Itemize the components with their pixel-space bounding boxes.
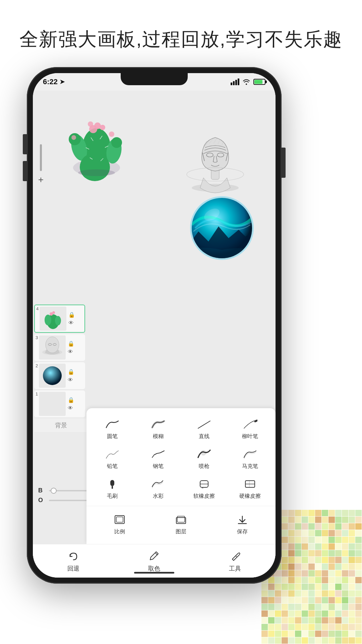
lock-icon[interactable]: 🔒: [68, 340, 74, 347]
svg-point-38: [45, 315, 51, 325]
add-layer-button[interactable]: +: [35, 174, 47, 186]
tool-ratio[interactable]: 比例: [89, 509, 150, 539]
volume-down-button[interactable]: [23, 161, 27, 181]
line-label: 直线: [199, 433, 209, 440]
soft-eraser-icon: ✕: [197, 477, 212, 491]
lock-icon[interactable]: 🔒: [68, 369, 74, 375]
tool-steel-pen[interactable]: 钢笔: [135, 443, 181, 473]
home-indicator: [134, 572, 174, 574]
svg-point-18: [109, 131, 114, 137]
canvas-area[interactable]: + 4: [33, 91, 276, 578]
svg-rect-53: [110, 480, 114, 486]
hard-eraser-label: 硬橡皮擦: [239, 493, 261, 500]
svg-text:✕: ✕: [201, 486, 204, 489]
tool-line[interactable]: 直线: [181, 414, 227, 443]
marker-label: 马克笔: [242, 463, 258, 470]
layer-icons-2: 🔒 👁: [68, 369, 74, 383]
layer-thumb-2: [39, 364, 66, 388]
o-slider-label: O: [38, 497, 46, 504]
svg-point-39: [55, 316, 61, 325]
b-slider-label: B: [38, 487, 46, 494]
pencil-label: 铅笔: [107, 463, 118, 470]
spray-icon: [197, 447, 212, 462]
tool-pencil[interactable]: 铅笔: [89, 443, 135, 473]
status-icons: [231, 78, 265, 85]
scroll-thumb[interactable]: [40, 144, 42, 171]
volume-up-button[interactable]: [23, 134, 27, 154]
status-time: 6:22 ➤: [43, 77, 65, 86]
svg-point-7: [80, 153, 110, 181]
brush-icon: [105, 477, 120, 491]
lock-icon[interactable]: 🔒: [68, 397, 74, 403]
layer-item-1[interactable]: 1 🔒 👁: [34, 390, 85, 417]
phone-frame: 6:22 ➤: [27, 67, 282, 584]
layer-icons-3: 🔒 👁: [68, 340, 74, 355]
tool-save[interactable]: 保存: [212, 509, 273, 539]
round-pen-icon: [105, 417, 120, 432]
tool-marker[interactable]: 马克笔: [227, 443, 273, 473]
watercolor-icon: [151, 477, 166, 491]
tool-soft-eraser[interactable]: ✕ 软橡皮擦: [181, 473, 227, 503]
layer-panel: 4 🔒 👁: [33, 303, 86, 433]
svg-point-16: [100, 125, 105, 130]
svg-point-15: [94, 122, 101, 129]
tool-willow-pen[interactable]: 柳叶笔: [227, 414, 273, 443]
tool-blur-pen[interactable]: 模糊: [135, 414, 181, 443]
save-icon: [235, 512, 250, 527]
svg-rect-54: [112, 486, 113, 489]
svg-line-67: [236, 556, 237, 557]
svg-rect-62: [116, 517, 123, 522]
watercolor-label: 水彩: [153, 493, 164, 500]
color-pick-button[interactable]: 取色: [147, 550, 161, 573]
line-icon: [197, 417, 212, 432]
steel-pen-label: 钢笔: [153, 463, 164, 470]
ratio-icon: [112, 512, 127, 527]
eye-icon[interactable]: 👁: [68, 349, 74, 355]
save-label: 保存: [237, 528, 248, 535]
brush-label: 毛刷: [107, 493, 118, 500]
layer-icons-1: 🔒 👁: [68, 397, 74, 411]
bust-drawing: [182, 117, 249, 198]
steel-pen-icon: [151, 447, 166, 462]
svg-point-44: [46, 337, 59, 353]
layer-item-2[interactable]: 2: [34, 362, 85, 389]
cactus-drawing: [53, 104, 140, 191]
undo-icon: [67, 550, 80, 563]
tool-spray[interactable]: 喷枪: [181, 443, 227, 473]
tools-button[interactable]: 工具: [228, 550, 242, 573]
layer-icons-4: 🔒 👁: [68, 312, 75, 326]
round-pen-label: 圆笔: [107, 433, 118, 440]
color-pick-label: 取色: [148, 565, 160, 573]
battery-icon: [253, 79, 265, 85]
tools-label: 工具: [229, 565, 241, 573]
eye-icon[interactable]: 👁: [68, 377, 74, 383]
power-button[interactable]: [282, 148, 286, 178]
eye-icon[interactable]: 👁: [68, 320, 75, 326]
undo-button[interactable]: 回退: [67, 550, 80, 573]
tool-round-pen[interactable]: 圆笔: [89, 414, 135, 443]
svg-rect-49: [39, 392, 66, 416]
tool-hard-eraser[interactable]: 硬橡皮擦: [227, 473, 273, 503]
pencil-icon: [105, 447, 120, 462]
tool-watercolor[interactable]: 水彩: [135, 473, 181, 503]
spray-label: 喷枪: [199, 463, 209, 470]
tool-panel: 圆笔 模糊: [86, 408, 276, 544]
phone-screen: 6:22 ➤: [33, 73, 276, 578]
lock-icon[interactable]: 🔒: [68, 312, 75, 318]
svg-point-20: [78, 169, 115, 176]
hard-eraser-icon: [243, 477, 257, 491]
layer-item-4[interactable]: 4 🔒 👁: [34, 305, 85, 333]
marker-icon: [243, 447, 257, 462]
brush-grid: 圆笔 模糊: [86, 414, 276, 503]
svg-point-48: [43, 366, 62, 385]
svg-rect-64: [177, 516, 185, 522]
svg-point-41: [52, 311, 55, 314]
tool-brush[interactable]: 毛刷: [89, 473, 135, 503]
tool-layers[interactable]: 图层: [150, 509, 212, 539]
layer-item-3[interactable]: 3 🔒 👁: [34, 334, 85, 361]
layers-label: 图层: [176, 528, 186, 535]
eye-icon[interactable]: 👁: [68, 405, 74, 411]
b-slider-thumb[interactable]: [51, 488, 57, 494]
blur-pen-label: 模糊: [153, 433, 164, 440]
location-icon: ➤: [60, 78, 65, 86]
